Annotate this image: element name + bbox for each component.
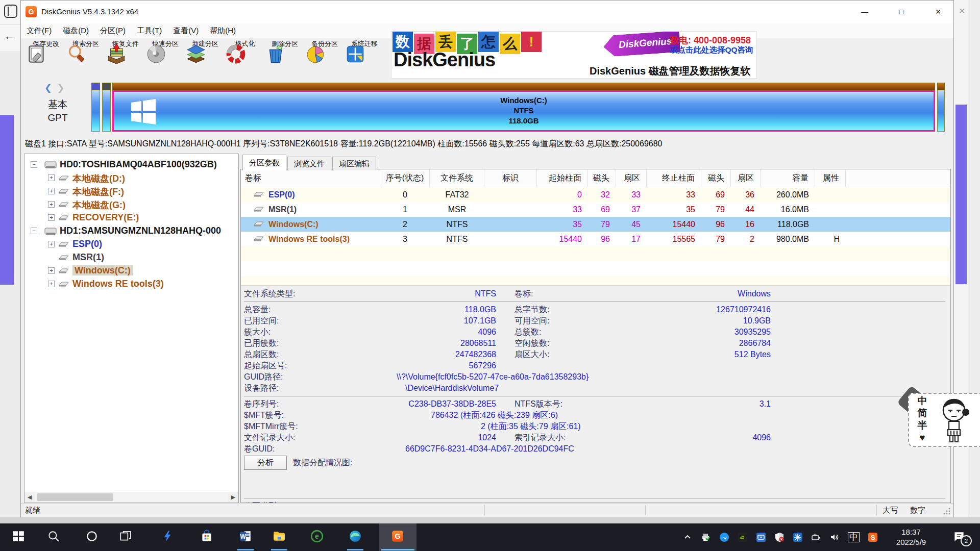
tree-item[interactable]: +ESP(0)	[24, 238, 238, 251]
notification-center-button[interactable]: 2	[952, 530, 968, 544]
ime-assistant-widget[interactable]: 中简半♥	[908, 393, 980, 447]
toolbar-button-backup-partition[interactable]: 备份分区	[305, 39, 345, 78]
taskbar-search-button[interactable]	[39, 523, 68, 551]
intel-graphics-icon[interactable]	[756, 532, 766, 542]
tree-item[interactable]: +本地磁盘(G:)	[24, 198, 238, 211]
table-row[interactable]: ESP(0)0FAT3203233336936260.0MB	[241, 187, 950, 202]
collapse-icon[interactable]: −	[31, 161, 37, 168]
partition-block-windows[interactable]: Windows(C:) NTFS 118.0GB	[112, 83, 935, 132]
column-header[interactable]: 扇区	[731, 169, 761, 187]
printer-check-icon[interactable]	[701, 532, 711, 542]
tree-item[interactable]: MSR(1)	[24, 251, 238, 264]
close-button[interactable]: ✕	[925, 4, 951, 20]
snowflake-icon[interactable]	[793, 532, 803, 542]
resize-grip[interactable]	[943, 507, 951, 515]
app-browser[interactable]: e	[302, 523, 332, 551]
column-header[interactable]: 扇区	[616, 169, 647, 187]
power-icon[interactable]	[811, 532, 821, 542]
minimize-button[interactable]: —	[852, 4, 877, 20]
scroll-right-icon[interactable]: ▶	[228, 492, 238, 502]
toolbar-button-save-changes[interactable]: 保存更改	[26, 39, 66, 78]
toolbar-button-delete-partition[interactable]: 删除分区	[265, 39, 305, 78]
tree-item[interactable]: +Windows(C:)	[24, 264, 238, 278]
next-disk-icon[interactable]: ❯	[57, 83, 64, 93]
collapse-icon[interactable]: −	[31, 228, 37, 234]
taskbar-clock[interactable]: 18:37 2022/5/9	[886, 527, 937, 547]
column-header[interactable]: 标识	[484, 169, 537, 187]
column-header[interactable]: 容量	[761, 169, 815, 187]
tree-item[interactable]: +Windows RE tools(3)	[24, 278, 238, 291]
column-header[interactable]: 磁头	[701, 169, 731, 187]
tray-expand-icon[interactable]	[682, 532, 693, 542]
tree-item[interactable]: +本地磁盘(F:)	[24, 185, 238, 198]
menu-partition[interactable]: 分区(P)	[94, 23, 131, 38]
expand-icon[interactable]: +	[48, 201, 55, 208]
tree-horizontal-scrollbar[interactable]: ◀ ▶	[24, 492, 238, 503]
toolbar-button-system-migration[interactable]: 系统迁移	[345, 39, 384, 78]
tab-partition-params[interactable]: 分区参数	[242, 155, 286, 170]
maximize-button[interactable]: □	[889, 4, 914, 20]
titlebar[interactable]: G DiskGenius V5.4.3.1342 x64 — □ ✕	[21, 1, 953, 23]
toolbar-button-format[interactable]: 格式化	[225, 39, 265, 78]
tree-item[interactable]: +RECOVERY(E:)	[24, 211, 238, 224]
app-lightning[interactable]	[153, 523, 183, 551]
defender-icon[interactable]	[774, 532, 785, 542]
task-view-button[interactable]	[111, 523, 140, 551]
start-button[interactable]	[4, 523, 33, 551]
menu-tools[interactable]: 工具(T)	[131, 23, 167, 38]
expand-icon[interactable]: +	[48, 267, 55, 274]
prev-disk-icon[interactable]: ❮	[44, 83, 52, 93]
menu-view[interactable]: 查看(V)	[167, 23, 204, 38]
app-word[interactable]: W	[231, 523, 260, 551]
app-diskgenius[interactable]: G	[379, 523, 416, 551]
expand-icon[interactable]: +	[48, 174, 55, 181]
scroll-left-icon[interactable]: ◀	[24, 492, 35, 502]
nvidia-icon[interactable]	[738, 532, 748, 542]
toolbar-button-quick-partition[interactable]: 快速分区	[145, 39, 185, 78]
volume-icon[interactable]	[829, 532, 840, 542]
expand-icon[interactable]: +	[48, 214, 55, 221]
partition-block-esp[interactable]	[91, 83, 100, 132]
expand-icon[interactable]: +	[48, 241, 55, 247]
cartoon-character	[935, 395, 977, 444]
analyze-button[interactable]: 分析	[244, 456, 287, 470]
column-header[interactable]: 属性	[815, 169, 846, 187]
promo-banner[interactable]: 数据丢了怎么! DiskGenius DiskGenius 致电: 400-00…	[391, 31, 757, 79]
menu-file[interactable]: 文件(F)	[21, 23, 57, 38]
ime-indicator[interactable]: 中	[848, 532, 860, 542]
toolbar-button-new-partition[interactable]: 新建分区	[185, 39, 225, 78]
expand-icon[interactable]: +	[48, 281, 55, 287]
menu-help[interactable]: 帮助(H)	[204, 23, 241, 38]
menu-disk[interactable]: 磁盘(D)	[57, 23, 94, 38]
app-edge[interactable]	[340, 523, 370, 551]
partition-block-re-tools[interactable]	[937, 83, 945, 132]
back-arrow-icon[interactable]: ←	[4, 29, 16, 43]
banner-qq-link[interactable]: 或点击此处选择QQ咨询	[670, 45, 753, 56]
app-store[interactable]	[192, 523, 222, 551]
column-header[interactable]: 起始柱面	[537, 169, 588, 187]
table-row[interactable]: MSR(1)1MSR33693735794416.0MB	[241, 202, 950, 217]
tree-item[interactable]: −HD0:TOSHIBAMQ04ABF100(932GB)	[24, 158, 238, 171]
cortana-button[interactable]	[77, 523, 107, 551]
toolbar-button-recover-files[interactable]: 恢复文件	[106, 39, 145, 78]
app-file-explorer[interactable]	[264, 523, 294, 551]
column-header[interactable]: 序号(状态)	[380, 169, 430, 187]
table-row[interactable]: Windows(C:)2NTFS357945154409616118.0GB	[241, 217, 950, 232]
sogou-icon[interactable]: S	[868, 532, 878, 542]
column-header[interactable]: 文件系统	[430, 169, 484, 187]
background-close-icon[interactable]: ✕	[959, 6, 965, 16]
column-header[interactable]: 磁头	[588, 169, 616, 187]
scrollbar-thumb[interactable]	[37, 493, 113, 501]
column-header[interactable]: 终止柱面	[647, 169, 701, 187]
column-header[interactable]: 卷标	[241, 169, 380, 187]
tab-browse-files[interactable]: 浏览文件	[287, 157, 331, 170]
dingtalk-icon[interactable]	[719, 532, 729, 542]
tree-item[interactable]: +本地磁盘(D:)	[24, 171, 238, 185]
toolbar-button-search-partition[interactable]: 搜索分区	[66, 39, 106, 78]
table-row[interactable]: Windows RE tools(3)3NTFS1544096171556579…	[241, 232, 950, 246]
expand-icon[interactable]: +	[48, 188, 55, 194]
tree-item[interactable]: −HD1:SAMSUNGMZNLN128HAHQ-000	[24, 224, 238, 238]
sidebar-toggle-icon[interactable]	[4, 5, 17, 18]
partition-block-msr[interactable]	[102, 83, 111, 132]
tab-sector-edit[interactable]: 扇区编辑	[332, 157, 376, 170]
